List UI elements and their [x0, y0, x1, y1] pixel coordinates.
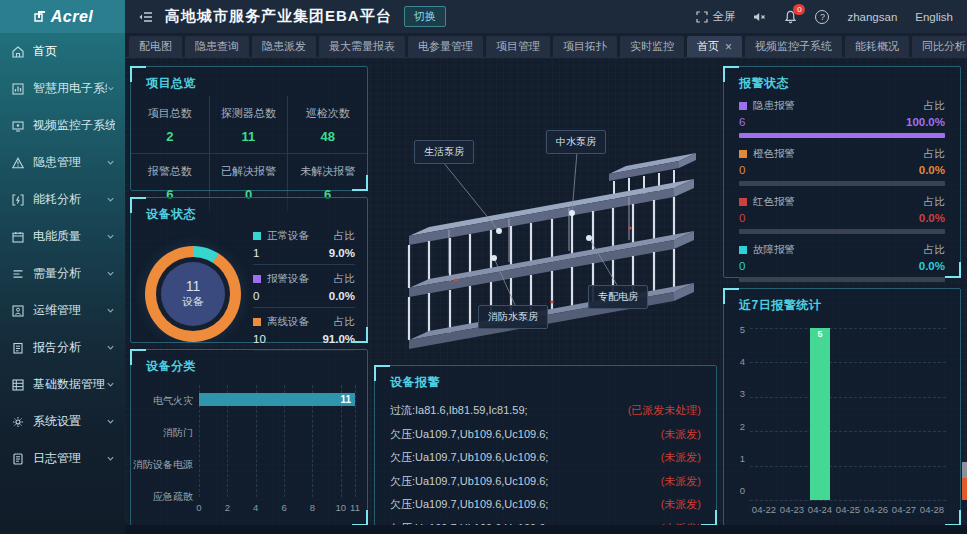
- stat-detectors: 探测器总数 11: [210, 96, 289, 154]
- acrel-logo-icon: [32, 10, 46, 24]
- scene-label-distribution-room[interactable]: 专配电房: [588, 285, 648, 309]
- week-alarm-bar-chart: 5 4 3 2 1 0 0: [732, 328, 946, 500]
- sidebar-item-base-data[interactable]: 基础数据管理: [0, 366, 125, 403]
- legend-swatch: [253, 232, 261, 240]
- tab-peidiantu[interactable]: 配电图: [129, 36, 182, 57]
- close-icon[interactable]: ×: [725, 41, 732, 53]
- panel-week-alarms: 近7日报警统计 5 4 3 2 1 0: [723, 288, 961, 526]
- chevron-down-icon: [106, 232, 115, 241]
- page-title: 高地城市服务产业集团EBA平台: [165, 7, 392, 26]
- alarm-status-badge: (未派发): [661, 450, 701, 465]
- alarm-status-red: 红色报警占比 00.0%: [739, 195, 945, 234]
- panel-title: 报警状态: [724, 67, 960, 92]
- sidebar-item-smart-power[interactable]: 智慧用电子系统: [0, 70, 125, 107]
- log-icon: [12, 453, 24, 465]
- alarm-row[interactable]: 欠压:Ua109.7,Ub109.6,Uc109.6; (未派发): [390, 470, 701, 494]
- collapse-menu-icon[interactable]: [139, 11, 153, 23]
- bar-04-24: 5: [810, 328, 830, 500]
- scene-label-reclaimed-water-pump-room[interactable]: 中水泵房: [546, 130, 606, 154]
- user-menu[interactable]: zhangsan: [847, 11, 897, 23]
- alarm-row[interactable]: 欠压:Ua109.7,Ub109.6,Uc109.6; (未派发): [390, 493, 701, 517]
- tab-project-mgmt[interactable]: 项目管理: [486, 36, 550, 57]
- sidebar-nav: 首页 智慧用电子系统 视频监控子系统 隐患管理 能耗分析 电能质量 需量分析 运…: [0, 33, 125, 534]
- legend-swatch: [739, 246, 747, 254]
- switch-project-button[interactable]: 切换: [404, 6, 446, 27]
- tab-yoy-analysis[interactable]: 同比分析: [912, 36, 967, 57]
- x-axis: 04-22 04-23 04-24 04-25 04-26 04-27 04-2…: [750, 504, 946, 515]
- legend-swatch: [739, 102, 747, 110]
- gear-icon: [12, 416, 24, 428]
- panel-alarm-status: 报警状态 隐患报警占比 6100.0% 橙色报警占比 00.0% 红色报警占比: [723, 66, 961, 278]
- speaker-muted-icon: [753, 11, 766, 23]
- tab-param-mgmt[interactable]: 电参量管理: [408, 36, 483, 57]
- help-button[interactable]: ?: [815, 10, 829, 24]
- report-icon: [12, 342, 24, 354]
- panel-title: 近7日报警统计: [724, 289, 960, 314]
- scene-label-fire-pump-room[interactable]: 消防水泵房: [478, 305, 548, 329]
- video-icon: [12, 120, 24, 132]
- sidebar-item-power-quality[interactable]: 电能质量: [0, 218, 125, 255]
- sidebar-item-hazard-mgmt[interactable]: 隐患管理: [0, 144, 125, 181]
- sidebar-item-demand-analysis[interactable]: 需量分析: [0, 255, 125, 292]
- chevron-down-icon: [106, 343, 115, 352]
- alarm-status-fault: 故障报警占比 00.0%: [739, 243, 945, 282]
- tab-hazard-query[interactable]: 隐患查询: [185, 36, 249, 57]
- chevron-down-icon: [107, 84, 115, 93]
- progress-track: [739, 277, 945, 282]
- legend-offline-devices: 离线设备占比 1091.0%: [253, 315, 355, 351]
- x-axis: 0 2 4 6 8 10 11: [199, 499, 355, 513]
- progress-track: [739, 133, 945, 138]
- sidebar-item-video-monitor[interactable]: 视频监控子系统: [0, 107, 125, 144]
- app-header: Acrel 高地城市服务产业集团EBA平台 切换 全屏 0 ? zhangsan…: [0, 0, 967, 33]
- panel-title: 项目总览: [131, 67, 367, 92]
- sidebar-item-ops-mgmt[interactable]: 运维管理: [0, 292, 125, 329]
- legend-swatch: [739, 150, 747, 158]
- tab-video-subsystem[interactable]: 视频监控子系统: [745, 36, 842, 57]
- notifications-button[interactable]: 0: [784, 10, 797, 24]
- alarm-row[interactable]: 欠压:Ua109.7,Ub109.6,Uc109.6; (未派发): [390, 423, 701, 447]
- page-scrollbar[interactable]: [962, 462, 967, 500]
- legend-normal-devices: 正常设备占比 19.0%: [253, 229, 355, 265]
- alarm-row[interactable]: 欠压:Ua109.7,Ub109.6,Uc109.6; (未派发): [390, 446, 701, 470]
- tab-energy-overview[interactable]: 能耗概况: [845, 36, 909, 57]
- panel-device-alarms: 设备报警 过流:Ia81.6,Ib81.59,Ic81.59; (已派发未处理)…: [374, 365, 717, 526]
- help-icon: ?: [815, 10, 829, 24]
- alarm-status-badge: (已派发未处理): [628, 403, 701, 418]
- panel-title: 设备状态: [131, 198, 367, 223]
- tab-project-topology[interactable]: 项目拓扑: [553, 36, 617, 57]
- logo-text: Acrel: [51, 8, 94, 26]
- alarm-status-badge: (未派发): [661, 474, 701, 489]
- alarm-status-orange: 橙色报警占比 00.0%: [739, 147, 945, 186]
- chevron-down-icon: [106, 454, 115, 463]
- progress-track: [739, 181, 945, 186]
- scene-label-life-pump-room[interactable]: 生活泵房: [414, 140, 474, 164]
- sidebar-item-system-settings[interactable]: 系统设置: [0, 403, 125, 440]
- database-icon: [12, 379, 24, 391]
- sidebar-item-home[interactable]: 首页: [0, 33, 125, 70]
- alarm-status-badge: (未派发): [661, 427, 701, 442]
- chevron-down-icon: [106, 195, 115, 204]
- sidebar-item-report-analysis[interactable]: 报告分析: [0, 329, 125, 366]
- stat-projects: 项目总数 2: [131, 96, 210, 154]
- fullscreen-icon: [696, 11, 708, 23]
- tab-bar: 配电图 隐患查询 隐患派发 最大需量报表 电参量管理 项目管理 项目拓扑 实时监…: [125, 33, 967, 58]
- home-icon: [12, 46, 24, 58]
- ops-icon: [12, 305, 24, 317]
- chevron-down-icon: [106, 269, 115, 278]
- fullscreen-button[interactable]: 全屏: [696, 9, 735, 24]
- sidebar-item-log-mgmt[interactable]: 日志管理: [0, 440, 125, 477]
- alarm-row[interactable]: 过流:Ia81.6,Ib81.59,Ic81.59; (已派发未处理): [390, 399, 701, 423]
- panel-project-overview: 项目总览 项目总数 2 探测器总数 11 巡检次数 48 报: [130, 66, 368, 191]
- fullscreen-label: 全屏: [712, 9, 735, 24]
- mute-button[interactable]: [753, 11, 766, 23]
- tab-max-demand-report[interactable]: 最大需量报表: [319, 36, 405, 57]
- language-switcher[interactable]: English: [915, 11, 953, 23]
- panel-title: 设备报警: [375, 366, 716, 391]
- tab-hazard-dispatch[interactable]: 隐患派发: [252, 36, 316, 57]
- energy-icon: [12, 194, 24, 206]
- tab-realtime-monitor[interactable]: 实时监控: [620, 36, 684, 57]
- progress-fill: [739, 133, 945, 138]
- stat-inspections: 巡检次数 48: [288, 96, 367, 154]
- sidebar-item-energy-analysis[interactable]: 能耗分析: [0, 181, 125, 218]
- tab-home-active[interactable]: 首页 ×: [687, 36, 742, 57]
